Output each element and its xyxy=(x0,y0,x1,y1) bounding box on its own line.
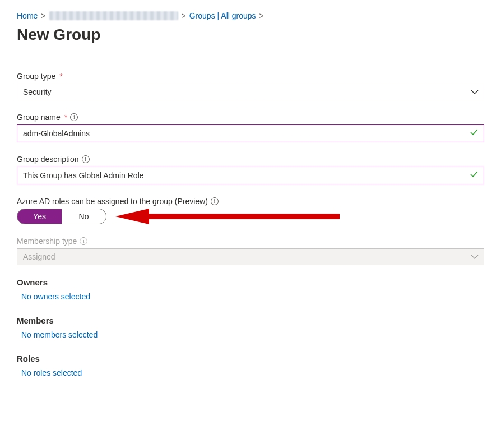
group-description-input[interactable] xyxy=(17,167,484,184)
membership-type-label: Membership type i xyxy=(17,237,484,246)
membership-type-select: Assigned xyxy=(17,248,484,265)
info-icon[interactable]: i xyxy=(70,113,78,121)
roles-assignable-toggle[interactable]: Yes No xyxy=(17,209,106,224)
members-select-link[interactable]: No members selected xyxy=(21,330,98,339)
group-description-label: Group description i xyxy=(17,155,484,164)
roles-select-link[interactable]: No roles selected xyxy=(21,368,82,377)
group-name-input[interactable] xyxy=(17,124,484,142)
group-type-select[interactable]: Security xyxy=(17,84,484,100)
checkmark-icon xyxy=(470,128,479,139)
info-icon: i xyxy=(80,237,87,245)
breadcrumb-separator: > xyxy=(41,11,45,20)
checkmark-icon xyxy=(470,170,479,181)
info-icon[interactable]: i xyxy=(82,155,90,163)
field-membership-type: Membership type i Assigned xyxy=(17,237,484,265)
page-title: New Group xyxy=(17,26,484,44)
breadcrumb-home[interactable]: Home xyxy=(17,11,38,20)
group-type-label: Group type* xyxy=(17,72,484,81)
roles-assignable-label: Azure AD roles can be assigned to the gr… xyxy=(17,197,484,206)
breadcrumb-separator: > xyxy=(182,11,186,20)
owners-section-title: Owners xyxy=(17,278,484,287)
required-asterisk: * xyxy=(64,113,67,122)
annotation-arrow xyxy=(115,209,340,224)
owners-select-link[interactable]: No owners selected xyxy=(21,292,90,301)
members-section-title: Members xyxy=(17,316,484,325)
field-roles-assignable: Azure AD roles can be assigned to the gr… xyxy=(17,197,484,224)
required-asterisk: * xyxy=(59,72,62,81)
breadcrumb: Home > > Groups | All groups > xyxy=(17,11,484,20)
field-group-description: Group description i xyxy=(17,155,484,184)
group-type-value: Security xyxy=(23,87,52,96)
roles-section-title: Roles xyxy=(17,354,484,363)
breadcrumb-groups[interactable]: Groups | All groups xyxy=(189,11,256,20)
svg-marker-1 xyxy=(115,209,149,224)
breadcrumb-tenant-redacted xyxy=(49,11,178,20)
breadcrumb-separator: > xyxy=(259,11,264,20)
field-group-type: Group type* Security xyxy=(17,72,484,100)
toggle-no-option[interactable]: No xyxy=(62,209,106,224)
info-icon[interactable]: i xyxy=(211,197,219,205)
toggle-yes-option[interactable]: Yes xyxy=(17,209,62,224)
field-group-name: Group name* i xyxy=(17,113,484,142)
group-name-label: Group name* i xyxy=(17,113,484,122)
membership-type-value: Assigned xyxy=(23,252,55,261)
